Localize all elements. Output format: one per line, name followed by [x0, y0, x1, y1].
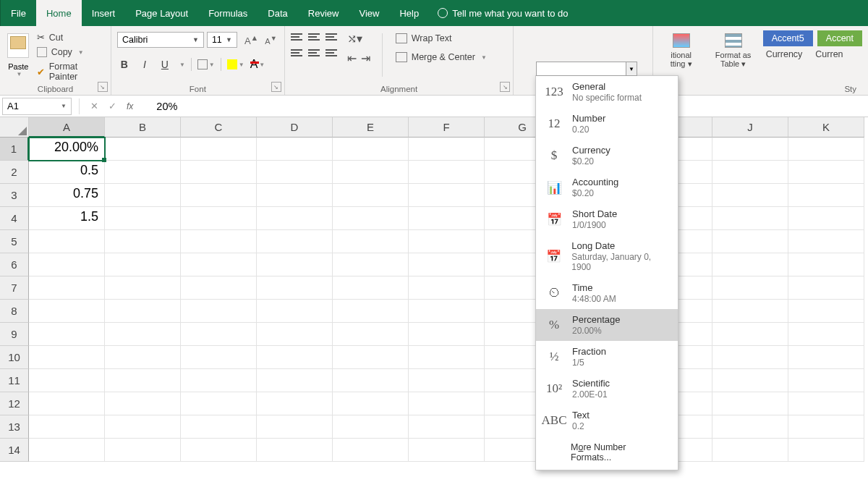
borders-button[interactable]: ▼ [197, 59, 215, 69]
cell-C12[interactable] [181, 392, 257, 415]
cell-E3[interactable] [333, 184, 409, 207]
cell-F13[interactable] [409, 415, 485, 439]
cell-C13[interactable] [181, 415, 257, 439]
cell-B12[interactable] [105, 392, 181, 415]
cell-J14[interactable] [712, 439, 788, 462]
cell-A9[interactable] [29, 323, 105, 346]
row-header-3[interactable]: 3 [0, 184, 29, 207]
cell-style-accent6[interactable]: Accent [817, 30, 862, 46]
cell-F7[interactable] [409, 276, 485, 300]
cell-B14[interactable] [105, 439, 181, 462]
cell-A8[interactable] [29, 300, 105, 323]
cut-button[interactable]: ✂Cut [34, 30, 105, 44]
paste-dropdown[interactable]: ▼ [7, 71, 31, 77]
cell-J6[interactable] [712, 253, 788, 276]
cell-B1[interactable] [105, 138, 181, 161]
cell-F8[interactable] [409, 300, 485, 323]
format-as-table-button[interactable]: Format as Table ▾ [711, 30, 756, 69]
font-name-combo[interactable]: Calibri▼ [117, 32, 204, 48]
cell-E7[interactable] [333, 276, 409, 300]
align-middle-button[interactable] [308, 32, 321, 42]
tab-review[interactable]: Review [298, 0, 349, 26]
paste-button[interactable]: Paste [6, 62, 31, 71]
number-format-short-date[interactable]: 📅Short Date1/0/1900 [536, 203, 678, 235]
row-header-8[interactable]: 8 [0, 300, 29, 323]
format-painter-button[interactable]: ✔Format Painter [34, 60, 105, 83]
number-format-fraction[interactable]: ½Fraction1/5 [536, 341, 678, 373]
cell-A11[interactable] [29, 369, 105, 392]
row-header-11[interactable]: 11 [0, 369, 29, 392]
cell-D13[interactable] [257, 415, 333, 439]
cell-K12[interactable] [788, 392, 864, 415]
cell-E8[interactable] [333, 300, 409, 323]
cell-C8[interactable] [181, 300, 257, 323]
row-header-13[interactable]: 13 [0, 415, 29, 439]
cell-A6[interactable] [29, 253, 105, 276]
cell-D2[interactable] [257, 161, 333, 184]
cell-E13[interactable] [333, 415, 409, 439]
align-right-button[interactable] [326, 48, 339, 58]
cell-D1[interactable] [257, 138, 333, 161]
cell-B5[interactable] [105, 230, 181, 253]
cell-J3[interactable] [712, 184, 788, 207]
cell-K11[interactable] [788, 369, 864, 392]
cell-C1[interactable] [181, 138, 257, 161]
align-center-button[interactable] [308, 48, 321, 58]
alignment-launcher[interactable]: ↘ [500, 82, 510, 92]
cell-B3[interactable] [105, 184, 181, 207]
cell-D9[interactable] [257, 323, 333, 346]
cell-D14[interactable] [257, 439, 333, 462]
column-header-K[interactable]: K [788, 117, 864, 138]
cell-B4[interactable] [105, 207, 181, 230]
cell-C9[interactable] [181, 323, 257, 346]
cell-D8[interactable] [257, 300, 333, 323]
wrap-text-button[interactable]: Wrap Text [394, 32, 488, 45]
cell-B7[interactable] [105, 276, 181, 300]
row-header-9[interactable]: 9 [0, 323, 29, 346]
cell-J10[interactable] [712, 346, 788, 369]
cell-D11[interactable] [257, 369, 333, 392]
cancel-formula-button[interactable]: ✕ [90, 101, 98, 111]
cell-F6[interactable] [409, 253, 485, 276]
copy-button[interactable]: Copy▼ [34, 46, 105, 59]
cell-K8[interactable] [788, 300, 864, 323]
cell-K7[interactable] [788, 276, 864, 300]
number-format-long-date[interactable]: 📅Long DateSaturday, January 0, 1900 [536, 235, 678, 277]
cell-J8[interactable] [712, 300, 788, 323]
cell-style-currency2[interactable]: Curren [815, 49, 843, 59]
increase-font-button[interactable]: A▲ [243, 32, 260, 48]
tab-data[interactable]: Data [258, 0, 297, 26]
align-bottom-button[interactable] [326, 32, 339, 42]
cell-A12[interactable] [29, 392, 105, 415]
cell-D3[interactable] [257, 184, 333, 207]
column-header-F[interactable]: F [409, 117, 485, 138]
row-header-4[interactable]: 4 [0, 207, 29, 230]
increase-indent-button[interactable]: ⇥ [361, 51, 370, 65]
tab-file[interactable]: File [0, 0, 36, 26]
cell-E9[interactable] [333, 323, 409, 346]
cell-K13[interactable] [788, 415, 864, 439]
formula-input[interactable]: 20% [140, 101, 868, 112]
select-all-corner[interactable] [0, 117, 29, 138]
column-header-A[interactable]: A [29, 117, 105, 138]
cell-F5[interactable] [409, 230, 485, 253]
cell-J7[interactable] [712, 276, 788, 300]
row-header-2[interactable]: 2 [0, 161, 29, 184]
number-format-combo[interactable]: ▼ [536, 62, 637, 76]
number-format-currency[interactable]: $Currency$0.20 [536, 140, 678, 172]
cell-B10[interactable] [105, 346, 181, 369]
number-format-time[interactable]: ⏲Time4:48:00 AM [536, 277, 678, 309]
column-header-J[interactable]: J [712, 117, 788, 138]
cell-E11[interactable] [333, 369, 409, 392]
cell-E1[interactable] [333, 138, 409, 161]
cell-E5[interactable] [333, 230, 409, 253]
cell-F1[interactable] [409, 138, 485, 161]
tab-page-layout[interactable]: Page Layout [125, 0, 198, 26]
cell-D6[interactable] [257, 253, 333, 276]
cell-D7[interactable] [257, 276, 333, 300]
cell-F3[interactable] [409, 184, 485, 207]
font-color-button[interactable]: A▼ [250, 58, 265, 71]
cell-E10[interactable] [333, 346, 409, 369]
column-header-B[interactable]: B [105, 117, 181, 138]
cell-C3[interactable] [181, 184, 257, 207]
